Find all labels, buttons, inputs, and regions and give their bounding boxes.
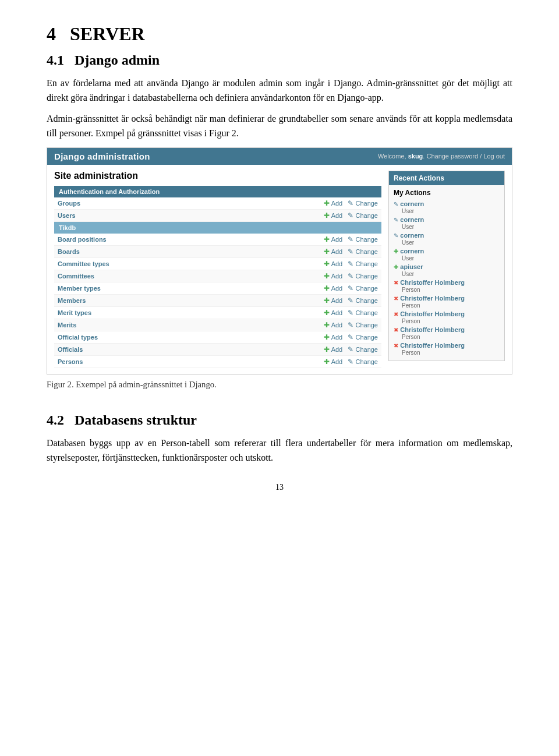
delete-icon: ✖ — [394, 295, 398, 302]
add-link[interactable]: Add — [331, 273, 343, 280]
action-name[interactable]: apiuser — [400, 263, 423, 270]
model-name: Users — [54, 209, 218, 221]
section-41-number: 4.1 — [47, 52, 64, 68]
action-item: ✖ Christoffer Holmberg Person — [394, 341, 500, 356]
action-name[interactable]: cornern — [400, 232, 424, 239]
welcome-text: Welcome, — [378, 153, 406, 160]
paragraph-1: En av fördelarna med att använda Django … — [47, 76, 512, 105]
add-link[interactable]: Add — [331, 236, 343, 243]
add-icon: ✚ — [324, 284, 330, 292]
change-link[interactable]: Change — [355, 273, 378, 280]
add-link[interactable]: Add — [331, 309, 343, 316]
recent-actions-box: Recent Actions My Actions ✎ cornern User… — [388, 171, 505, 361]
auth-section: Authentication and Authorization Groups … — [54, 186, 381, 222]
model-actions: ✚ Add ✎ Change — [218, 197, 381, 210]
django-admin-figure: Django administration Welcome, skug. Cha… — [47, 147, 512, 375]
tikdb-model-row: Committees ✚ Add ✎ Change — [54, 270, 381, 282]
action-item: ✎ cornern User — [394, 231, 500, 246]
delete-icon: ✖ — [394, 327, 398, 333]
tikdb-model-row: Officials ✚ Add ✎ Change — [54, 343, 381, 355]
model-actions: ✚ Add ✎ Change — [218, 331, 381, 343]
change-link[interactable]: Change — [355, 200, 378, 207]
action-name[interactable]: Christoffer Holmberg — [400, 279, 465, 286]
add-link[interactable]: Add — [331, 212, 343, 219]
action-item: ✖ Christoffer Holmberg Person — [394, 294, 500, 309]
model-name: Merits — [54, 319, 218, 331]
change-link[interactable]: Change — [355, 248, 378, 255]
model-name: Persons — [54, 355, 218, 368]
change-link[interactable]: Change — [355, 322, 378, 328]
change-icon: ✎ — [348, 235, 353, 243]
action-name[interactable]: Christoffer Holmberg — [400, 342, 465, 349]
change-link[interactable]: Change — [355, 309, 378, 316]
change-link[interactable]: Change — [355, 334, 378, 341]
model-name: Members — [54, 294, 218, 306]
add-link[interactable]: Add — [331, 297, 343, 304]
add-icon: ✚ — [324, 333, 330, 341]
django-admin-body: Site administration Authentication and A… — [47, 165, 512, 374]
section-42-title: Databasens struktur — [75, 412, 197, 428]
auth-models-table: Groups ✚ Add ✎ Change Users ✚ Add ✎ Chan… — [54, 197, 381, 222]
model-name: Board positions — [54, 234, 218, 246]
action-name[interactable]: Christoffer Holmberg — [400, 295, 465, 302]
change-icon: ✎ — [348, 309, 353, 317]
change-icon: ✎ — [348, 199, 353, 207]
action-name[interactable]: cornern — [400, 216, 424, 223]
add-link[interactable]: Add — [331, 260, 343, 267]
change-link[interactable]: Change — [355, 236, 378, 243]
add-link[interactable]: Add — [331, 200, 343, 207]
add-icon: ✚ — [394, 264, 398, 270]
log-out-link[interactable]: Log out — [483, 153, 505, 160]
add-link[interactable]: Add — [331, 346, 343, 353]
section-42-number: 4.2 — [47, 412, 64, 428]
change-link[interactable]: Change — [355, 260, 378, 267]
tikdb-model-row: Merit types ✚ Add ✎ Change — [54, 306, 381, 319]
action-name[interactable]: cornern — [400, 248, 424, 255]
add-icon: ✚ — [324, 199, 330, 207]
tikdb-model-row: Committee types ✚ Add ✎ Change — [54, 257, 381, 270]
tikdb-models-table: Board positions ✚ Add ✎ Change Boards ✚ … — [54, 234, 381, 368]
delete-icon: ✖ — [394, 311, 398, 317]
model-name: Official types — [54, 331, 218, 343]
delete-icon: ✖ — [394, 280, 398, 286]
action-item: ✎ cornern User — [394, 200, 500, 214]
change-link[interactable]: Change — [355, 346, 378, 353]
change-icon: ✎ — [348, 333, 353, 341]
action-type: Person — [402, 318, 500, 324]
change-link[interactable]: Change — [355, 358, 378, 365]
change-password-link[interactable]: Change password — [426, 153, 478, 160]
change-link[interactable]: Change — [355, 212, 378, 219]
paragraph-2: Admin-gränssnittet är också behändigt nä… — [47, 112, 512, 141]
add-link[interactable]: Add — [331, 334, 343, 341]
change-link[interactable]: Change — [355, 285, 378, 292]
add-link[interactable]: Add — [331, 285, 343, 292]
add-link[interactable]: Add — [331, 248, 343, 255]
add-link[interactable]: Add — [331, 322, 343, 328]
main-panel: Site administration Authentication and A… — [54, 171, 381, 368]
add-icon: ✚ — [324, 345, 330, 354]
model-actions: ✚ Add ✎ Change — [218, 319, 381, 331]
edit-icon: ✎ — [394, 232, 398, 239]
side-panel: Recent Actions My Actions ✎ cornern User… — [388, 171, 505, 368]
action-name[interactable]: Christoffer Holmberg — [400, 326, 465, 333]
model-name: Committee types — [54, 257, 218, 270]
section-42-heading: 4.2 Databasens struktur — [47, 412, 512, 428]
add-link[interactable]: Add — [331, 358, 343, 365]
action-name[interactable]: Christoffer Holmberg — [400, 310, 465, 317]
chapter-title: SERVER — [70, 23, 145, 44]
tikdb-model-row: Member types ✚ Add ✎ Change — [54, 282, 381, 294]
recent-actions-body: My Actions ✎ cornern User ✎ cornern User… — [389, 185, 504, 361]
user-info: Welcome, skug. Change password / Log out — [378, 153, 505, 160]
change-icon: ✎ — [348, 248, 353, 256]
add-icon: ✚ — [324, 309, 330, 317]
change-link[interactable]: Change — [355, 297, 378, 304]
section-41-title: Django admin — [75, 52, 160, 68]
model-actions: ✚ Add ✎ Change — [218, 270, 381, 282]
model-actions: ✚ Add ✎ Change — [218, 355, 381, 368]
model-actions: ✚ Add ✎ Change — [218, 294, 381, 306]
tikdb-model-row: Boards ✚ Add ✎ Change — [54, 245, 381, 257]
model-name: Boards — [54, 245, 218, 257]
add-icon: ✚ — [394, 248, 398, 255]
action-name[interactable]: cornern — [400, 200, 424, 207]
chapter-heading: 4 SERVER — [47, 23, 512, 45]
